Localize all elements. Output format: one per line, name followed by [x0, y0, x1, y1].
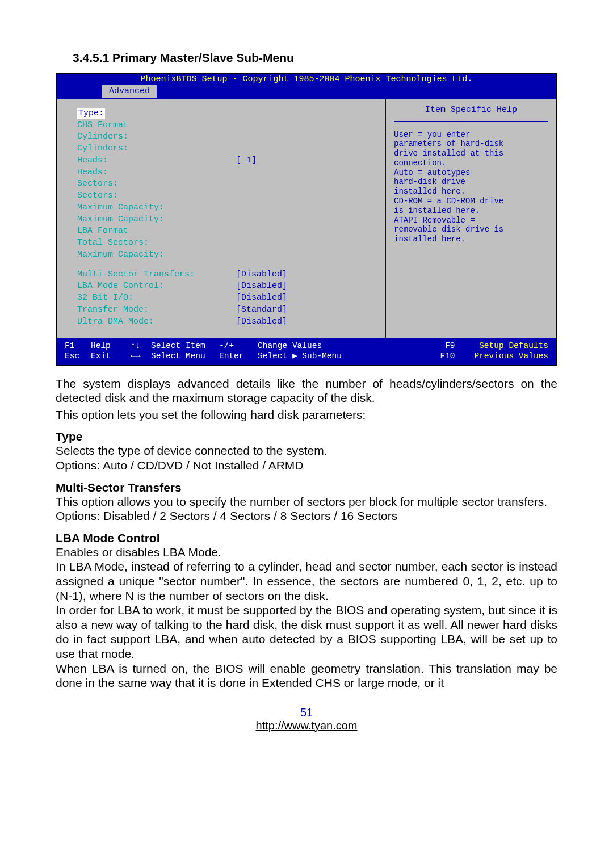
footer-key-esc: Esc [65, 351, 91, 361]
bios-help-panel: Item Specific Help User = you enter para… [386, 99, 556, 339]
paragraph: Enables or disables LBA Mode. [56, 545, 557, 560]
bios-help-title: Item Specific Help [394, 105, 548, 122]
bios-field-row[interactable]: Maximum Capacity: [77, 203, 380, 213]
bios-field-label: Total Sectors: [77, 238, 236, 249]
paragraph: In order for LBA to work, it must be sup… [56, 603, 557, 661]
bios-field-value: [Disabled] [236, 317, 287, 328]
bios-field-label: Heads: [77, 167, 236, 178]
paragraph: This option allows you to specify the nu… [56, 494, 557, 509]
section-heading: 3.4.5.1 Primary Master/Slave Sub-Menu [73, 51, 557, 65]
paragraph: Selects the type of device connected to … [56, 443, 557, 458]
bios-field-value: [Standard] [236, 305, 287, 316]
paragraph: This option lets you set the following h… [56, 408, 557, 422]
bios-field-label: Maximum Capacity: [77, 250, 236, 261]
paragraph: When LBA is turned on, the BIOS will ena… [56, 661, 557, 690]
bios-footer: F1 Help ↑↓ Select Item -/+ Change Values… [57, 338, 556, 364]
bios-field-value: [Disabled] [236, 293, 287, 304]
bios-field-value: [Disabled] [236, 281, 287, 292]
footer-arrows-updown: ↑↓ [131, 341, 151, 351]
bios-field-row[interactable]: Maximum Capacity: [77, 215, 380, 225]
paragraph: Options: Disabled / 2 Sectors / 4 Sector… [56, 509, 557, 523]
bios-field-label: CHS Format [77, 120, 236, 131]
bios-field-row[interactable]: Ultra DMA Mode:[Disabled] [77, 317, 380, 328]
footer-label-select-item: Select Item [151, 341, 219, 351]
bios-main-panel: Type:CHS FormatCylinders:Cylinders:Heads… [57, 99, 386, 339]
bios-field-label: Sectors: [77, 191, 236, 202]
bios-tab-advanced[interactable]: Advanced [102, 85, 157, 98]
bios-field-label: Cylinders: [77, 144, 236, 154]
footer-label-select-menu: Select Menu [151, 351, 219, 361]
bios-tab-row: Advanced [57, 85, 556, 98]
paragraph: The system displays advanced details lik… [56, 376, 557, 405]
paragraph: In LBA Mode, instead of referring to a c… [56, 559, 557, 603]
bios-field-row[interactable]: Cylinders: [77, 132, 380, 142]
footer-label-help: Help [91, 341, 131, 351]
bios-field-label: Ultra DMA Mode: [77, 317, 236, 328]
bios-field-row[interactable]: Multi-Sector Transfers:[Disabled] [77, 270, 380, 280]
footer-key-f1: F1 [65, 341, 91, 351]
footer-label-exit: Exit [91, 351, 131, 361]
footer-label-change-values: Change Values [258, 341, 354, 351]
bios-field-row[interactable]: Sectors: [77, 179, 380, 190]
bios-field-row[interactable]: Type: [77, 108, 380, 119]
bios-field-label: Heads: [77, 156, 236, 166]
footer-label-previous-values: Previous Values [474, 351, 548, 361]
bios-field-value: [ 1] [236, 156, 257, 166]
footer-label-setup-defaults: Setup Defaults [479, 341, 548, 351]
bios-field-row[interactable]: Transfer Mode:[Standard] [77, 305, 380, 316]
footer-key-f9: F9 [445, 341, 479, 351]
footer-key-plusminus: -/+ [219, 341, 258, 351]
bios-field-row[interactable]: CHS Format [77, 120, 380, 131]
bios-field-row[interactable]: LBA Format [77, 226, 380, 237]
subheading-multisector: Multi-Sector Transfers [56, 481, 557, 494]
bios-field-row[interactable]: 32 Bit I/O:[Disabled] [77, 293, 380, 304]
bios-field-label: Cylinders: [77, 132, 236, 142]
bios-field-row[interactable]: Sectors: [77, 191, 380, 202]
page-number: 51 [56, 706, 557, 719]
bios-field-label: 32 Bit I/O: [77, 293, 236, 304]
footer-arrows-leftright: ←→ [131, 351, 151, 361]
bios-field-label: Sectors: [77, 179, 236, 190]
footer-key-enter: Enter [219, 351, 258, 361]
bios-field-label: LBA Mode Control: [77, 281, 236, 292]
bios-field-label: Maximum Capacity: [77, 215, 236, 225]
bios-field-label: Maximum Capacity: [77, 203, 236, 213]
page-url: http://www.tyan.com [56, 719, 557, 732]
bios-field-row[interactable]: Maximum Capacity: [77, 250, 380, 261]
paragraph: Options: Auto / CD/DVD / Not Installed /… [56, 458, 557, 473]
bios-help-body: User = you enter parameters of hard-disk… [394, 130, 548, 245]
bios-field-label: Transfer Mode: [77, 305, 236, 316]
bios-field-row[interactable]: Heads: [77, 167, 380, 178]
bios-field-row[interactable]: Heads:[ 1] [77, 156, 380, 166]
bios-field-label: Type: [77, 108, 105, 119]
bios-field-row[interactable]: LBA Mode Control:[Disabled] [77, 281, 380, 292]
bios-field-value: [Disabled] [236, 270, 287, 280]
subheading-lba: LBA Mode Control [56, 531, 557, 545]
bios-field-label: LBA Format [77, 226, 236, 237]
footer-label-select-submenu: Select ▶ Sub-Menu [258, 351, 354, 361]
subheading-type: Type [56, 430, 557, 443]
footer-key-f10: F10 [440, 351, 474, 361]
bios-field-row[interactable]: Total Sectors: [77, 238, 380, 249]
bios-screenshot: PhoenixBIOS Setup - Copyright 1985-2004 … [56, 73, 557, 366]
bios-title: PhoenixBIOS Setup - Copyright 1985-2004 … [57, 74, 556, 85]
bios-field-row[interactable]: Cylinders: [77, 144, 380, 154]
bios-field-label: Multi-Sector Transfers: [77, 270, 236, 280]
